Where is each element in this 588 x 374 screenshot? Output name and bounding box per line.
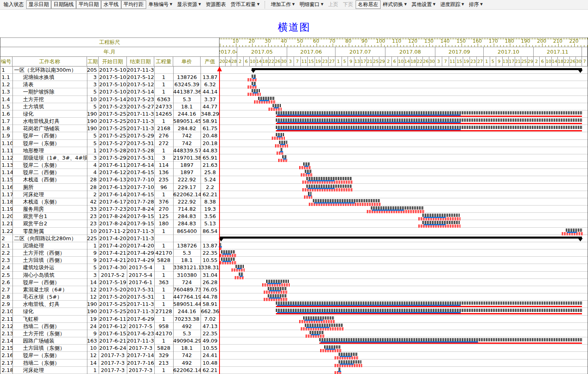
average-line[interactable]: [277, 114, 461, 116]
planned-bar[interactable]: [305, 324, 344, 327]
average-line[interactable]: [280, 151, 283, 152]
average-line[interactable]: [340, 364, 354, 365]
planned-bar[interactable]: [339, 360, 361, 364]
planned-bar[interactable]: [239, 272, 244, 276]
average-line[interactable]: [321, 341, 478, 343]
table-row[interactable]: 2.3土方回填（西侧）92017-4-212017-4-29582818.110…: [0, 257, 219, 264]
planned-bar[interactable]: [279, 141, 287, 144]
table-row[interactable]: 1.6绿化1902017-5-252017-11-3014265244.1634…: [0, 110, 219, 118]
average-line[interactable]: [372, 210, 404, 211]
actual-bar[interactable]: [276, 123, 582, 124]
planned-bar[interactable]: [268, 294, 287, 297]
average-line[interactable]: [338, 371, 341, 372]
average-line[interactable]: [424, 217, 446, 218]
planned-bar[interactable]: [252, 75, 257, 78]
planned-bar[interactable]: [236, 265, 244, 268]
table-row[interactable]: 2.1泥塘处理12017-4-202017-4-20113872613.87: [0, 242, 219, 249]
toolbar-button-horizontal-line[interactable]: 水平线: [101, 0, 121, 9]
planned-bar[interactable]: [339, 353, 358, 356]
toolbar-button-name-align-left[interactable]: 名称居左: [356, 0, 381, 9]
table-row[interactable]: 2.10绿化1902017-5-252017-11-3027128244.166…: [0, 308, 219, 315]
toolbar-button-detail-window[interactable]: 明细窗口▼: [297, 0, 326, 9]
average-line[interactable]: [325, 349, 335, 350]
average-line[interactable]: [253, 85, 256, 86]
table-row[interactable]: 1.14驳岸二（西侧）42017-6-122017-6-15136189725.…: [0, 169, 219, 176]
planned-bar[interactable]: [305, 170, 311, 173]
table-row[interactable]: 1.17河床处理22017-6-142017-6-151622062.1462.…: [0, 191, 219, 198]
table-row[interactable]: 1.19服务用房332017-7-232017-8-24270714.8219.…: [0, 206, 219, 213]
average-line[interactable]: [308, 188, 335, 189]
table-row[interactable]: 2.2土方开挖（西侧）92017-4-212017-4-29421705.322…: [0, 249, 219, 257]
average-line[interactable]: [267, 283, 281, 284]
summary-bar[interactable]: [252, 68, 582, 70]
table-row[interactable]: 1.22零星附属102017-11-212017-11-30186540086.…: [0, 228, 219, 235]
toolbar-button-average-date[interactable]: 平均日期: [76, 0, 101, 9]
toolbar-button-input-status[interactable]: 输入状态: [1, 0, 26, 9]
planned-bar[interactable]: [268, 287, 287, 290]
toolbar-button-show-resources[interactable]: 显示资源▼: [175, 0, 203, 9]
actual-bar[interactable]: [319, 343, 582, 344]
average-line[interactable]: [253, 78, 256, 79]
table-row[interactable]: 1.1泥塘抽水换填32017-5-102017-5-12113872613.87: [0, 74, 219, 81]
actual-bar[interactable]: [276, 313, 582, 314]
toolbar-button-style-switch[interactable]: 样式切换▼: [381, 0, 409, 9]
planned-bar[interactable]: [221, 250, 236, 253]
planned-bar[interactable]: [281, 148, 282, 151]
average-line[interactable]: [308, 180, 335, 181]
planned-bar[interactable]: [566, 229, 582, 232]
table-row[interactable]: 1.9驳岸一（西侧）52017-5-252017-5-2927674220.48: [0, 132, 219, 139]
summary-bar[interactable]: [219, 237, 582, 239]
average-line[interactable]: [222, 261, 231, 262]
table-row[interactable]: 1.18木栈道（东侧）422017-6-172017-7-28376222.92…: [0, 198, 219, 206]
average-line[interactable]: [222, 253, 231, 255]
table-row[interactable]: 1.8花岗岩广场铺装1902017-5-252017-11-302168284.…: [0, 125, 219, 132]
average-line[interactable]: [340, 356, 352, 357]
table-row[interactable]: 2.15土方回填（东侧）102017-6-242017-7-3582818.11…: [0, 345, 219, 352]
planned-bar[interactable]: [313, 199, 381, 202]
planned-bar[interactable]: [276, 118, 582, 122]
toolbar-button-average-row-spacing[interactable]: 平均行距: [121, 0, 146, 9]
average-line[interactable]: [240, 276, 243, 277]
table-row[interactable]: 1.16厕所282017-6-132017-7-1096229.172.2: [0, 184, 219, 191]
planned-bar[interactable]: [310, 331, 324, 334]
table-row[interactable]: 2.8毛石水坝（5#）122017-5-202017-5-311447764.1…: [0, 293, 219, 301]
planned-bar[interactable]: [266, 280, 289, 283]
toolbar-button-add-task[interactable]: 增加工作▼: [268, 0, 297, 9]
average-line[interactable]: [311, 334, 320, 335]
table-row[interactable]: 2.17挡墙二（东侧）142017-7-32017-7-1621349210.4…: [0, 359, 219, 367]
average-line[interactable]: [306, 173, 310, 174]
average-line[interactable]: [277, 122, 461, 123]
planned-bar[interactable]: [276, 133, 284, 136]
planned-bar[interactable]: [422, 214, 460, 217]
toolbar-button-show-date[interactable]: 显示日期: [26, 0, 51, 9]
average-line[interactable]: [237, 268, 242, 269]
table-row[interactable]: 2.13土方开挖（东侧）92017-6-152017-6-23421705.32…: [0, 330, 219, 337]
average-line[interactable]: [269, 297, 281, 299]
table-row[interactable]: 2.5湖心小岛填筑32017-5-22017-5-4131038031.04: [0, 272, 219, 279]
table-row[interactable]: 2.16驳岸一（东侧）122017-7-32017-7-1432974224.4…: [0, 352, 219, 359]
planned-bar[interactable]: [306, 185, 352, 188]
table-row[interactable]: 1.21观赏平台2232017-8-242017-9-15180284.835.…: [0, 220, 219, 227]
planned-bar[interactable]: [324, 345, 340, 349]
average-line[interactable]: [280, 144, 285, 145]
table-row[interactable]: 2.12挡墙二（西侧）242017-6-122017-7-595849247.1…: [0, 323, 219, 330]
toolbar-button-progress-tracking[interactable]: 进度跟踪▼: [438, 0, 466, 9]
planned-bar[interactable]: [371, 206, 424, 210]
toolbar-button-currency-quantity[interactable]: 货币工程量▼: [228, 0, 262, 9]
average-line[interactable]: [277, 305, 461, 306]
table-row[interactable]: 2.11飞虹桥192017-6-112017-6-29170233.387.02: [0, 316, 219, 323]
table-row[interactable]: 1.13驳岸二（东侧）42017-6-112017-6-14114189721.…: [0, 162, 219, 169]
table-row[interactable]: 2.4建筑垃圾外运52017-4-302017-5-413383121.1733…: [0, 264, 219, 271]
table-row[interactable]: 1.4土方开挖102017-5-142017-5-2363635.33.37: [0, 96, 219, 103]
average-line[interactable]: [277, 129, 461, 130]
average-line[interactable]: [304, 320, 323, 321]
planned-bar[interactable]: [308, 192, 311, 195]
average-line[interactable]: [567, 232, 577, 233]
average-line[interactable]: [259, 100, 269, 101]
planned-bar[interactable]: [303, 162, 310, 166]
table-row[interactable]: 2.7素混凝土坝（6#）122017-5-202017-5-311760489.…: [0, 286, 219, 293]
average-line[interactable]: [277, 136, 282, 137]
table-row[interactable]: 1.15木栈道（西侧）282017-6-132017-7-10235222.92…: [0, 176, 219, 183]
actual-bar[interactable]: [276, 116, 582, 117]
planned-bar[interactable]: [221, 258, 236, 261]
